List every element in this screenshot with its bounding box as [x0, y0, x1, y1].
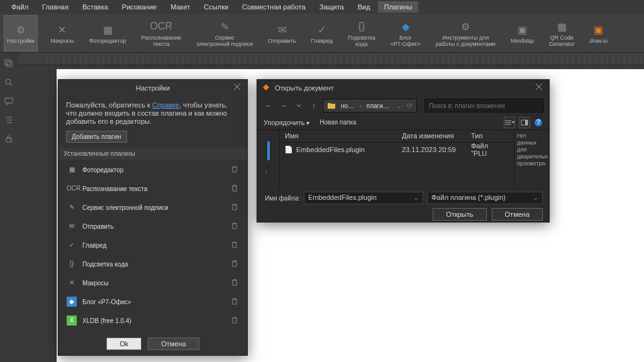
filename-input[interactable]: EmbeddedFiles.plugin⌄: [304, 192, 423, 204]
menu-файл[interactable]: Файл: [5, 1, 35, 13]
close-icon[interactable]: [535, 83, 545, 93]
cancel-open-button[interactable]: Отмена: [492, 208, 543, 221]
svg-rect-18: [525, 120, 528, 125]
crumb-seg-2[interactable]: плаги…: [364, 102, 392, 109]
plugin-row[interactable]: ✓Главред: [66, 238, 240, 253]
ribbon-icon: ✎: [218, 19, 231, 33]
ok-button[interactable]: Ok: [106, 337, 142, 350]
close-icon[interactable]: [233, 83, 243, 93]
plugin-name: Фоторедактор: [82, 167, 226, 173]
file-row[interactable]: EmbeddedFiles.plugin 23.11.2023 20:59 Фа…: [280, 143, 514, 156]
plugin-icon: OCR: [66, 183, 77, 194]
menu-рисование[interactable]: Рисование: [116, 1, 163, 13]
ribbon-5[interactable]: ✉Отправить: [265, 15, 299, 52]
add-plugin-button[interactable]: Добавить плагин: [66, 131, 127, 143]
nav-back-icon[interactable]: ←: [262, 99, 275, 112]
file-name: EmbeddedFiles.plugin: [296, 146, 365, 153]
view-list-icon[interactable]: ▾: [504, 117, 515, 128]
ribbon-10[interactable]: ▣MindMap: [508, 15, 536, 52]
trash-icon[interactable]: [231, 316, 240, 325]
copy-icon[interactable]: [4, 59, 14, 69]
ribbon-9[interactable]: ⚙Инструменты дляработы с документами: [433, 15, 498, 52]
refresh-icon[interactable]: ⟳: [407, 102, 413, 110]
comment-icon[interactable]: [4, 97, 14, 107]
ribbon-4[interactable]: ✎Сервисэлектронной подписи: [194, 15, 255, 52]
plugin-row[interactable]: XXLDB (free 1.0.4): [66, 313, 240, 328]
sort-button[interactable]: Упорядочить ▾: [264, 119, 309, 126]
headings-icon[interactable]: [4, 116, 14, 126]
nav-up-icon[interactable]: ↑: [308, 99, 320, 112]
settings-dialog-title: Настройки: [58, 80, 247, 96]
menu-плагины[interactable]: Плагины: [378, 1, 419, 13]
menubar: ФайлГлавнаяВставкаРисованиеМакетСсылкиСо…: [0, 0, 644, 14]
open-button[interactable]: Открыть: [433, 208, 486, 221]
trash-icon[interactable]: [231, 203, 240, 212]
ribbon-2[interactable]: ▦Фоторедактор: [87, 15, 129, 52]
trash-icon[interactable]: [231, 165, 240, 174]
ribbon-11[interactable]: ▦QR CodeGenerator: [547, 15, 577, 52]
help-link[interactable]: Справке: [152, 101, 179, 109]
ribbon-label: Отправить: [268, 38, 296, 44]
svg-marker-11: [263, 84, 269, 90]
trash-icon[interactable]: [231, 241, 240, 250]
plugin-row[interactable]: ✎Сервис электронной подписи: [66, 200, 240, 215]
plugin-name: Отправить: [82, 223, 226, 230]
menu-ссылки[interactable]: Ссылки: [197, 1, 235, 13]
trash-icon[interactable]: [231, 260, 240, 268]
plugin-row[interactable]: ▦Фоторедактор: [66, 162, 240, 177]
trash-icon[interactable]: [231, 297, 240, 306]
col-header-name[interactable]: Имя: [280, 130, 399, 142]
plugin-row[interactable]: ◆Блог «Р7-Офис»: [66, 294, 240, 309]
menu-защита[interactable]: Защита: [313, 1, 350, 13]
menu-главная[interactable]: Главная: [36, 1, 75, 13]
ribbon-icon: {}: [355, 19, 369, 33]
preview-toggle-icon[interactable]: [519, 117, 530, 128]
filename-label: Имя файла:: [264, 195, 300, 202]
ribbon-0[interactable]: ⚙Настройки: [4, 15, 38, 52]
ribbon-6[interactable]: ✓Главред: [309, 15, 335, 52]
app-icon: [262, 84, 271, 92]
ribbon-icon: ▣: [515, 23, 529, 36]
chevron-down-icon[interactable]: ⌄: [396, 102, 402, 110]
open-nav-bar: ← → ↑ но…› плаги… ⌄ ⟳: [257, 96, 549, 115]
open-dialog-title: Открыть документ: [275, 84, 334, 92]
plugin-icon: ✕: [66, 277, 77, 288]
lock-icon[interactable]: [4, 134, 14, 145]
menu-вставка[interactable]: Вставка: [76, 1, 114, 13]
trash-icon[interactable]: [231, 184, 240, 193]
ribbon-1[interactable]: ✕Макросы: [48, 15, 77, 52]
new-folder-button[interactable]: Новая папка: [319, 119, 356, 126]
help-pre: Пожалуйста, обратитесь к: [66, 101, 152, 109]
ribbon-icon: ▦: [101, 23, 114, 36]
open-dialog-titlebar: Открыть документ: [257, 80, 549, 96]
search-icon[interactable]: [4, 78, 14, 88]
trash-icon[interactable]: [231, 278, 240, 287]
col-header-date[interactable]: Дата изменения: [399, 130, 469, 142]
plugin-row[interactable]: OCRРаспознавание текста: [66, 181, 240, 196]
ribbon-12[interactable]: ▣draw.io: [587, 15, 610, 52]
plugin-icon: ▦: [66, 164, 77, 175]
plugin-row[interactable]: {}Подсветка кода: [66, 256, 240, 272]
breadcrumb[interactable]: но…› плаги… ⌄ ⟳: [323, 99, 417, 112]
crumb-seg-1[interactable]: но…: [338, 102, 357, 109]
open-body: › Имя Дата изменения Тип EmbeddedFiles.p…: [257, 130, 549, 188]
trash-icon[interactable]: [231, 222, 240, 231]
nav-recent-icon[interactable]: [292, 99, 305, 112]
plugin-row[interactable]: ✕Макросы: [66, 275, 240, 290]
nav-forward-icon[interactable]: →: [277, 99, 290, 112]
menu-совместная работа[interactable]: Совместная работа: [236, 1, 312, 13]
help-icon[interactable]: ?: [534, 118, 543, 127]
preview-pane: Нет данных для дварительн просмотра.: [514, 130, 549, 188]
ribbon-label: MindMap: [511, 38, 534, 44]
cancel-button[interactable]: Отмена: [148, 337, 199, 350]
filetype-select[interactable]: Файл плагина (*.plugin)⌄: [427, 192, 543, 204]
search-input[interactable]: [425, 99, 544, 112]
ribbon-8[interactable]: ◆Блог«Р7-Офис»: [388, 15, 423, 52]
file-date: 23.11.2023 20:59: [399, 144, 469, 155]
ribbon-7[interactable]: {}Подсветкакода: [345, 15, 378, 52]
ribbon-3[interactable]: OCRРаспознаваниетекста: [139, 15, 184, 52]
chevron-right-icon[interactable]: ›: [265, 168, 279, 175]
menu-вид[interactable]: Вид: [352, 1, 377, 13]
menu-макет[interactable]: Макет: [164, 1, 196, 13]
plugin-row[interactable]: ✉Отправить: [66, 219, 240, 234]
